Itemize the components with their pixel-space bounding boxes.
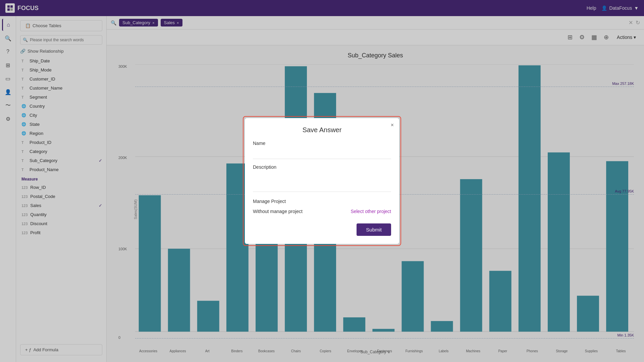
description-form-group: Description	[253, 164, 391, 193]
without-manage-project-label: Without manage project	[253, 209, 303, 214]
name-form-group: Name	[253, 141, 391, 159]
select-other-project-button[interactable]: Select other project	[351, 209, 391, 214]
manage-project-section: Manage Project Without manage project Se…	[253, 199, 391, 217]
description-textarea[interactable]	[253, 172, 391, 192]
modal-title: Save Answer	[253, 126, 391, 134]
submit-button[interactable]: Submit	[357, 223, 391, 236]
name-label: Name	[253, 141, 391, 146]
modal-border: × Save Answer Name Description Manage Pr…	[243, 116, 401, 246]
manage-project-row: Without manage project Select other proj…	[253, 206, 391, 217]
description-label: Description	[253, 164, 391, 170]
modal-close-button[interactable]: ×	[391, 122, 394, 128]
name-input[interactable]	[253, 148, 391, 159]
save-answer-modal: × Save Answer Name Description Manage Pr…	[245, 118, 399, 244]
modal-overlay: × Save Answer Name Description Manage Pr…	[0, 0, 644, 362]
manage-project-label: Manage Project	[253, 199, 391, 204]
